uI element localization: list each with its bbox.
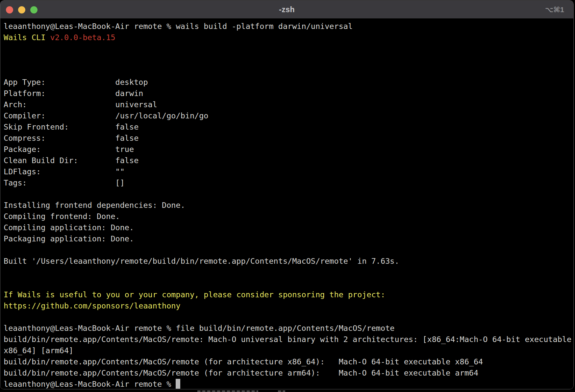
terminal-text-segment: Compiling frontend: Done. xyxy=(4,212,120,221)
version-line: Wails CLI v2.0.0-beta.15 xyxy=(4,32,573,43)
config-line: Tags: [] xyxy=(4,177,573,188)
terminal-line xyxy=(4,278,573,289)
config-line: Platform: darwin xyxy=(4,88,573,99)
terminal-text-segment: Package: true xyxy=(4,145,134,154)
titlebar[interactable]: -zsh ⌥⌘1 xyxy=(0,1,573,18)
file-output-line: build/bin/remote.app/Contents/MacOS/remo… xyxy=(4,367,573,379)
terminal-text-segment: build/bin/remote.app/Contents/MacOS/remo… xyxy=(4,357,483,366)
terminal-text-segment: leaanthony@Leas-MacBook-Air remote % xyxy=(4,380,176,389)
progress-line: Compiling frontend: Done. xyxy=(4,211,573,222)
config-line: LDFlags: "" xyxy=(4,166,573,177)
terminal-text-segment: Skip Frontend: false xyxy=(4,122,138,132)
terminal-text-segment: Installing frontend dependencies: Done. xyxy=(4,201,185,210)
terminal-text-segment: Platform: darwin xyxy=(4,89,143,98)
progress-line: Compiling application: Done. xyxy=(4,222,573,233)
terminal-text-segment: Compress: false xyxy=(4,134,138,143)
prompt-line: leaanthony@Leas-MacBook-Air remote % fil… xyxy=(4,323,573,334)
terminal-line xyxy=(4,43,573,54)
terminal-text-segment: Compiler: /usr/local/go/bin/go xyxy=(4,111,209,120)
background-window-text-sliver xyxy=(278,390,285,392)
prompt-line: leaanthony@Leas-MacBook-Air remote % wai… xyxy=(4,21,573,32)
config-line: Compress: false xyxy=(4,133,573,144)
terminal-output[interactable]: leaanthony@Leas-MacBook-Air remote % wai… xyxy=(0,18,573,389)
config-line: Clean Build Dir: false xyxy=(4,155,573,166)
terminal-text-segment: x86_64] [arm64] xyxy=(4,346,73,355)
progress-line: Installing frontend dependencies: Done. xyxy=(4,200,573,211)
sponsor-url-line: https://github.com/sponsors/leaanthony xyxy=(4,300,573,311)
terminal-line xyxy=(4,267,573,278)
terminal-line xyxy=(4,65,573,77)
file-output-line: build/bin/remote.app/Contents/MacOS/remo… xyxy=(4,356,573,367)
terminal-line xyxy=(4,54,573,65)
config-line: Package: true xyxy=(4,144,573,155)
prompt-line: leaanthony@Leas-MacBook-Air remote % xyxy=(4,379,573,389)
terminal-cursor xyxy=(176,379,180,389)
file-output-line: x86_64] [arm64] xyxy=(4,345,573,356)
terminal-line xyxy=(4,311,573,323)
progress-line: Packaging application: Done. xyxy=(4,233,573,244)
terminal-lines: leaanthony@Leas-MacBook-Air remote % wai… xyxy=(4,21,573,389)
terminal-text-segment: LDFlags: "" xyxy=(4,167,125,176)
build-result-line: Built '/Users/leaanthony/remote/build/bi… xyxy=(4,256,573,267)
terminal-text-segment: build/bin/remote.app/Contents/MacOS/remo… xyxy=(4,335,571,344)
config-line: Compiler: /usr/local/go/bin/go xyxy=(4,110,573,121)
config-line: Arch: universal xyxy=(4,99,573,110)
terminal-text-segment: If Wails is useful to you or your compan… xyxy=(4,290,385,299)
terminal-text-segment: v2.0.0-beta.15 xyxy=(50,33,115,42)
terminal-text-segment: Built '/Users/leaanthony/remote/build/bi… xyxy=(4,257,399,266)
terminal-window: -zsh ⌥⌘1 leaanthony@Leas-MacBook-Air rem… xyxy=(0,0,574,389)
sponsor-message-line: If Wails is useful to you or your compan… xyxy=(4,289,573,300)
terminal-text-segment: App Type: desktop xyxy=(4,78,148,87)
terminal-text-segment: leaanthony@Leas-MacBook-Air remote % fil… xyxy=(4,324,394,333)
terminal-text-segment: Wails CLI xyxy=(4,33,50,42)
background-window-text-sliver xyxy=(197,390,258,392)
config-line: Skip Frontend: false xyxy=(4,121,573,133)
terminal-text-segment: Arch: universal xyxy=(4,100,157,109)
terminal-line xyxy=(4,244,573,256)
screen: -zsh ⌥⌘1 leaanthony@Leas-MacBook-Air rem… xyxy=(0,0,575,392)
terminal-line xyxy=(4,188,573,200)
terminal-text-segment: Tags: [] xyxy=(4,178,125,187)
terminal-text-segment: Packaging application: Done. xyxy=(4,234,134,243)
file-output-line: build/bin/remote.app/Contents/MacOS/remo… xyxy=(4,334,573,345)
window-title: -zsh xyxy=(0,1,573,18)
terminal-text-segment: Compiling application: Done. xyxy=(4,223,134,232)
sponsor-url[interactable]: https://github.com/sponsors/leaanthony xyxy=(4,301,181,310)
terminal-text-segment: Clean Build Dir: false xyxy=(4,156,138,165)
config-line: App Type: desktop xyxy=(4,77,573,88)
tab-shortcut-badge: ⌥⌘1 xyxy=(545,1,564,18)
terminal-text-segment: build/bin/remote.app/Contents/MacOS/remo… xyxy=(4,368,478,378)
terminal-text-segment: leaanthony@Leas-MacBook-Air remote % wai… xyxy=(4,22,353,31)
